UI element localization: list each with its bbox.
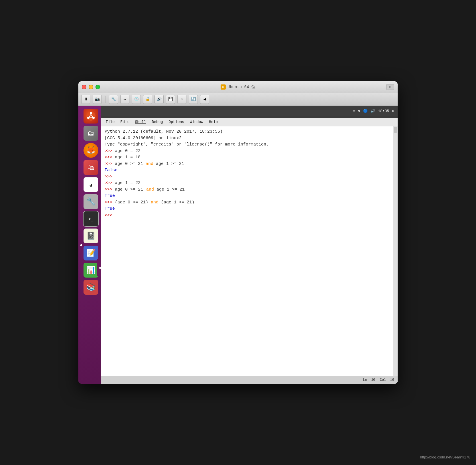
menu-window[interactable]: Window xyxy=(188,119,206,125)
window-minimize-button[interactable] xyxy=(89,85,93,89)
ubuntu-logo-icon xyxy=(86,111,96,121)
taskbar-icon-files[interactable]: 🗂 xyxy=(83,125,99,141)
taskbar-icon-writer[interactable]: 📝 xyxy=(83,245,99,261)
code-7b: age 1 >= 21 xyxy=(154,187,185,192)
bluetooth-indicator: 🔵 xyxy=(363,109,368,113)
prompt-7: >>> xyxy=(105,187,115,192)
title-bar: 🖥 Ubuntu 64 位 ⊞ xyxy=(78,81,398,93)
usb-button[interactable]: ⚡ xyxy=(177,95,186,104)
prompt-3: >>> xyxy=(105,161,115,166)
taskbar-icon-book[interactable]: 📚 xyxy=(83,279,99,295)
disk-button[interactable]: 💿 xyxy=(132,95,141,104)
code-7a: age 0 >= 21 xyxy=(115,187,146,192)
menu-shell[interactable]: Shell xyxy=(133,119,148,125)
settings-button[interactable]: 🔧 xyxy=(109,95,118,104)
python-header-1: Python 2.7.12 (default, Nov 20 2017, 18:… xyxy=(105,129,390,135)
shell-scrollbar[interactable] xyxy=(393,126,398,376)
keyword-and-3: and xyxy=(146,161,153,166)
screenshot-button[interactable]: 📷 xyxy=(93,95,102,104)
prompt-2: >>> xyxy=(105,155,115,160)
taskbar-icon-appstore[interactable]: 🛍 xyxy=(83,159,99,175)
window-close-button[interactable] xyxy=(82,85,86,89)
window-expand-button[interactable]: ⊞ xyxy=(386,84,394,90)
result-true-2: True xyxy=(105,206,115,211)
shell-line-7: >>> age 0 >= 21 and age 1 >= 21 xyxy=(105,187,390,193)
taskbar-arrow-left[interactable]: ◀ xyxy=(78,236,83,253)
shell-line-4: False xyxy=(105,167,390,174)
result-false-1: False xyxy=(105,168,117,173)
menu-options[interactable]: Options xyxy=(166,119,186,125)
status-ln: Ln: 10 xyxy=(363,378,375,382)
shell-content[interactable]: Python 2.7.12 (default, Nov 20 2017, 18:… xyxy=(101,126,393,376)
status-bar: Ln: 10 Col: 16 xyxy=(101,376,398,384)
lock-button[interactable]: 🔒 xyxy=(143,95,152,104)
pause-button[interactable]: ⏸ xyxy=(81,95,90,104)
menu-debug[interactable]: Debug xyxy=(149,119,165,125)
keyword-and-9: and xyxy=(151,200,158,205)
back-button[interactable]: ◀ xyxy=(200,95,209,104)
vm-window: 🖥 Ubuntu 64 位 ⊞ ⏸ 📷 🔧 ↔ 💿 🔒 🔊 💾 ⚡ 🔄 ◀ ◀ xyxy=(78,81,398,384)
code-2: age 1 = 18 xyxy=(115,155,141,160)
keyword-and-7: and xyxy=(146,187,154,192)
scrollbar-thumb[interactable] xyxy=(394,127,397,133)
network-indicator: ⇅ xyxy=(358,109,360,113)
taskbar-icon-system-settings[interactable]: 🔧 xyxy=(83,194,99,210)
shell-line-11: >>> xyxy=(105,212,390,219)
result-true-1: True xyxy=(105,193,115,198)
watermark: http://blog.csdn.net/SeanYi178 xyxy=(420,455,470,459)
keyboard-indicator: ⌨ xyxy=(353,109,355,113)
vm-icon: 🖥 xyxy=(221,84,226,90)
prompt-1: >>> xyxy=(105,149,115,153)
prompt-5: >>> xyxy=(105,174,112,179)
shell-line-8: True xyxy=(105,193,390,199)
menu-file[interactable]: File xyxy=(103,119,117,125)
prompt-11: >>> xyxy=(105,213,112,218)
shell-line-3: >>> age 0 >= 21 and age 1 >= 21 xyxy=(105,161,390,167)
save-button[interactable]: 💾 xyxy=(166,95,175,104)
idle-menubar: File Edit Shell Debug Options Window Hel… xyxy=(101,118,398,126)
prompt-6: >>> xyxy=(105,181,115,185)
refresh-button[interactable]: 🔄 xyxy=(189,95,198,104)
code-9a: (age 0 >= 21) xyxy=(115,200,151,205)
code-6: age 1 = 22 xyxy=(115,181,141,185)
volume-indicator: 🔊 xyxy=(371,109,375,113)
settings-indicator[interactable]: ⚙ xyxy=(392,109,394,113)
shell-line-1: >>> age 0 = 22 xyxy=(105,148,390,155)
prompt-9: >>> xyxy=(105,200,115,205)
python-header-3: Type "copyright", "credits" or "license(… xyxy=(105,141,390,148)
taskbar-icon-calc[interactable]: 📊 xyxy=(83,262,99,278)
idle-window: File Edit Shell Debug Options Window Hel… xyxy=(101,116,398,384)
content-area: ⌨ ⇅ 🔵 🔊 18:35 ⚙ File Edit Shell Debug Op… xyxy=(101,106,398,384)
volume-button[interactable]: 🔊 xyxy=(154,95,164,104)
taskbar: ◀ 🗂 xyxy=(78,106,101,384)
arrows-button[interactable]: ↔ xyxy=(120,95,129,104)
shell-line-6: >>> age 1 = 22 xyxy=(105,180,390,187)
menu-edit[interactable]: Edit xyxy=(118,119,131,125)
taskbar-icon-amazon[interactable]: a xyxy=(83,177,99,193)
taskbar-icon-firefox[interactable]: 🦊 xyxy=(83,142,99,158)
taskbar-icon-ubuntu[interactable] xyxy=(83,108,99,124)
toolbar-sep-1 xyxy=(105,96,105,103)
main-area: ◀ 🗂 xyxy=(78,106,398,384)
code-3b: age 1 >= 21 xyxy=(153,161,184,166)
menu-help[interactable]: Help xyxy=(207,119,220,125)
python-header-2: [GCC 5.4.0 20160609] on linux2 xyxy=(105,135,390,142)
toolbar: ⏸ 📷 🔧 ↔ 💿 🔒 🔊 💾 ⚡ 🔄 ◀ xyxy=(78,93,398,106)
code-9b: (age 1 >= 21) xyxy=(158,200,194,205)
window-maximize-button[interactable] xyxy=(95,85,100,89)
taskbar-icon-terminal[interactable]: >_ xyxy=(83,211,99,227)
shell-row: Python 2.7.12 (default, Nov 20 2017, 18:… xyxy=(101,126,398,376)
code-3a: age 0 >= 21 xyxy=(115,161,146,166)
taskbar-icon-python-notepad[interactable]: 📓 xyxy=(83,228,99,244)
shell-line-9: >>> (age 0 >= 21) and (age 1 >= 21) xyxy=(105,199,390,206)
window-title: 🖥 Ubuntu 64 位 xyxy=(221,84,255,90)
code-1: age 0 = 22 xyxy=(115,149,141,153)
status-col: Col: 16 xyxy=(380,378,394,382)
clock: 18:35 xyxy=(378,109,389,113)
taskbar-arrow-right[interactable]: ◀ xyxy=(97,259,101,276)
shell-line-5: >>> xyxy=(105,174,390,180)
shell-line-2: >>> age 1 = 18 xyxy=(105,154,390,161)
system-bar: ⌨ ⇅ 🔵 🔊 18:35 ⚙ xyxy=(101,106,398,116)
shell-line-10: True xyxy=(105,206,390,212)
title-bar-buttons xyxy=(82,85,100,89)
